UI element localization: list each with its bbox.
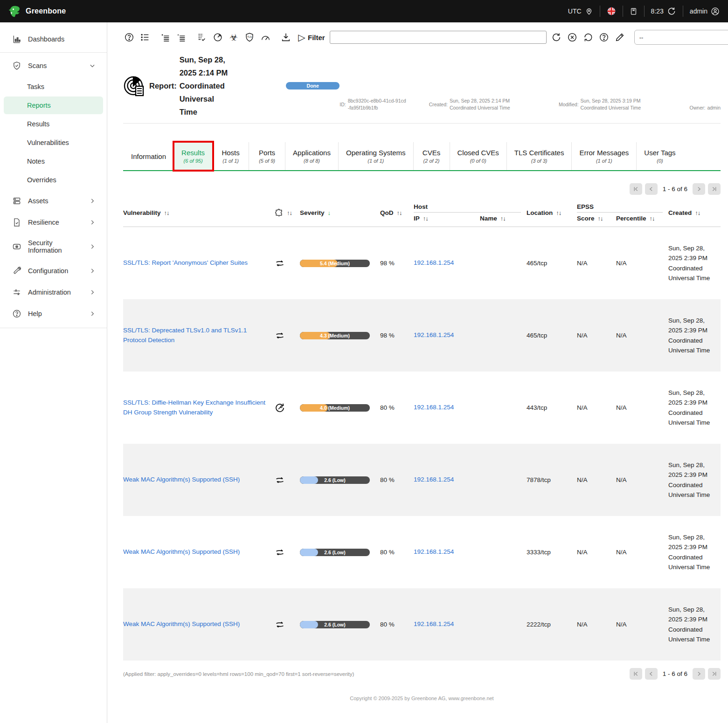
language-switcher[interactable] <box>607 7 616 16</box>
divider <box>0 328 107 328</box>
report-header: Report: Sun, Sep 28, 2025 2:14 PM Coordi… <box>123 53 721 118</box>
session-timer[interactable]: 8:23 <box>651 7 676 16</box>
previous-page-button[interactable] <box>645 668 658 680</box>
sidebar-item-dashboards[interactable]: Dashboards <box>4 30 103 48</box>
sidebar-item-results[interactable]: Results <box>4 115 103 133</box>
sidebar-item-scans[interactable]: Scans <box>4 56 103 75</box>
sort-score[interactable]: ↑↓ <box>598 215 603 222</box>
sort-qod[interactable]: ↑↓ <box>397 209 402 216</box>
svg-text:TLS: TLS <box>247 35 252 38</box>
user-menu[interactable]: admin <box>690 7 720 16</box>
sort-name[interactable]: ↑↓ <box>500 215 506 222</box>
next-page-button[interactable] <box>693 183 705 195</box>
solution-mitigate-icon <box>274 619 300 630</box>
pagination-top: 1 - 6 of 6 <box>630 183 721 195</box>
tab-tls-certificates[interactable]: TLS Certificates (3 of 3) <box>507 142 572 170</box>
tab-error-messages[interactable]: Error Messages (1 of 1) <box>572 142 637 170</box>
sidebar-item-assets[interactable]: Assets <box>4 192 103 210</box>
corresponding-tasks-icon[interactable] <box>212 31 224 43</box>
sidebar-item-reports[interactable]: Reports <box>4 96 103 114</box>
tab-user-tags[interactable]: User Tags (0) <box>637 142 683 170</box>
epss-percentile: N/A <box>616 549 668 556</box>
sidebar-item-label: Help <box>28 310 42 317</box>
host-ip-link[interactable]: 192.168.1.254 <box>414 620 454 627</box>
host-ip-link[interactable]: 192.168.1.254 <box>414 548 454 555</box>
sort-solution-type[interactable]: ↑↓ <box>287 209 292 216</box>
vulnerability-link[interactable]: SSL/TLS: Report 'Anonymous' Cipher Suite… <box>123 259 248 266</box>
sidebar-item-security-information[interactable]: Security Information <box>4 234 103 259</box>
timezone-selector[interactable]: UTC <box>568 7 593 15</box>
remove-from-assets-icon[interactable] <box>175 31 187 43</box>
filter-preset-select[interactable]: -- <box>634 30 728 45</box>
col-epss: EPSS <box>577 203 668 210</box>
sidebar-item-help[interactable]: Help <box>4 304 103 323</box>
tab-ports[interactable]: Ports (5 of 9) <box>249 142 285 170</box>
question-circle-icon <box>12 309 21 318</box>
sort-location[interactable]: ↑↓ <box>556 209 561 216</box>
add-to-assets-icon[interactable] <box>159 31 172 43</box>
vulnerability-link[interactable]: Weak MAC Algorithm(s) Supported (SSH) <box>123 620 240 627</box>
sort-percentile[interactable]: ↑↓ <box>650 215 655 222</box>
help-icon[interactable] <box>123 31 135 43</box>
vulnerability-link[interactable]: SSL/TLS: Diffie-Hellman Key Exchange Ins… <box>123 399 265 416</box>
last-page-button[interactable] <box>708 668 721 680</box>
vulnerability-link[interactable]: Weak MAC Algorithm(s) Supported (SSH) <box>123 548 240 555</box>
brand[interactable]: Greenbone <box>8 5 66 18</box>
qod-value: 98 % <box>380 260 414 267</box>
sort-created[interactable]: ↑↓ <box>695 209 700 216</box>
corresponding-tls-certificates-icon[interactable]: TLS <box>243 31 256 43</box>
sort-severity[interactable]: ↓ <box>328 209 331 216</box>
previous-page-button[interactable] <box>645 183 658 195</box>
report-modified: Sun, Sep 28, 2025 3:19 PM Coordinated Un… <box>581 97 668 112</box>
location-value: 7878/tcp <box>527 476 577 483</box>
next-page-button[interactable] <box>693 668 705 680</box>
sidebar-item-vulnerabilities[interactable]: Vulnerabilities <box>4 134 103 151</box>
host-ip-link[interactable]: 192.168.1.254 <box>414 331 454 338</box>
reports-list-icon[interactable] <box>139 31 151 43</box>
host-ip-link[interactable]: 192.168.1.254 <box>414 259 454 266</box>
tab-information[interactable]: Information <box>123 142 174 170</box>
corresponding-vulnerabilities-icon[interactable]: ☣ <box>228 31 240 43</box>
timezone-label: UTC <box>568 7 582 15</box>
host-ip-link[interactable]: 192.168.1.254 <box>414 404 454 411</box>
epss-score: N/A <box>577 621 616 628</box>
tab-hosts[interactable]: Hosts (1 of 1) <box>213 142 249 170</box>
sort-vulnerability[interactable]: ↑↓ <box>164 209 169 216</box>
manual-link[interactable] <box>630 7 638 15</box>
user-icon <box>711 7 720 16</box>
performance-icon[interactable] <box>259 31 271 43</box>
vulnerability-link[interactable]: SSL/TLS: Deprecated TLSv1.0 and TLSv1.1 … <box>123 327 247 344</box>
filter-help-icon[interactable] <box>598 31 610 43</box>
trigger-alert-icon[interactable]: ▷ <box>296 31 308 43</box>
sidebar-item-resilience[interactable]: Resilience <box>4 213 103 232</box>
last-page-button[interactable] <box>708 183 721 195</box>
tab-closed-cves[interactable]: Closed CVEs (0 of 0) <box>450 142 507 170</box>
corresponding-results-icon[interactable] <box>196 31 208 43</box>
tab-results[interactable]: Results (6 of 95) <box>174 142 213 170</box>
first-page-button[interactable] <box>630 183 642 195</box>
solution-mitigate-icon <box>274 547 300 558</box>
remove-filter-icon[interactable] <box>566 31 578 43</box>
filter-input[interactable] <box>330 31 547 44</box>
tab-cves[interactable]: CVEs (2 of 2) <box>414 142 450 170</box>
update-filter-icon[interactable] <box>550 31 562 43</box>
sidebar-item-administration[interactable]: Administration <box>4 283 103 302</box>
sidebar-item-configuration[interactable]: Configuration <box>4 262 103 280</box>
created-value: Sun, Sep 28, 2025 2:39 PM Coordinated Un… <box>668 316 715 356</box>
sidebar-item-overrides[interactable]: Overrides <box>4 171 103 189</box>
report-label: Report: <box>149 82 177 90</box>
download-report-icon[interactable] <box>280 31 292 43</box>
first-page-button[interactable] <box>630 668 642 680</box>
sidebar-item-tasks[interactable]: Tasks <box>4 78 103 96</box>
reset-filter-icon[interactable] <box>582 31 594 43</box>
vulnerability-link[interactable]: Weak MAC Algorithm(s) Supported (SSH) <box>123 476 240 483</box>
host-ip-link[interactable]: 192.168.1.254 <box>414 476 454 483</box>
location-value: 465/tcp <box>527 260 577 267</box>
sidebar-item-notes[interactable]: Notes <box>4 152 103 170</box>
tab-operating-systems[interactable]: Operating Systems (1 of 1) <box>339 142 414 170</box>
tab-applications[interactable]: Applications (8 of 8) <box>285 142 339 170</box>
pagination-text: 1 - 6 of 6 <box>663 186 687 193</box>
divider <box>623 6 623 17</box>
sort-ip[interactable]: ↑↓ <box>423 215 428 222</box>
edit-filter-icon[interactable] <box>614 31 626 43</box>
